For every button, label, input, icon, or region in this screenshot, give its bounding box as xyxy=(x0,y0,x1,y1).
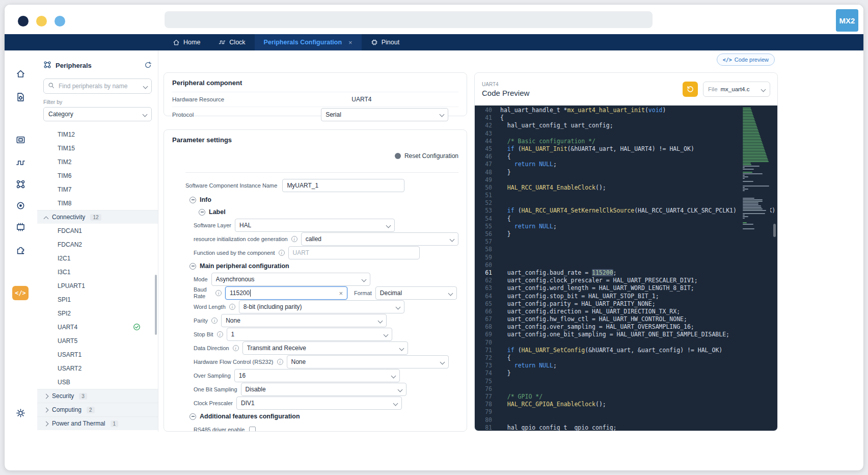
input-value: 115200 xyxy=(230,289,250,297)
collapse-icon[interactable] xyxy=(199,209,205,216)
code-line: 67 uart_config.hw_flow_ctl = HAL_UART_HW… xyxy=(475,315,777,323)
tab-peripherals-configuration[interactable]: Peripherals Configuration× xyxy=(255,34,362,50)
info-icon[interactable]: i xyxy=(211,318,218,324)
rail-settings-button[interactable] xyxy=(12,405,29,420)
item-label: USART2 xyxy=(58,365,82,372)
peripheral-group-security[interactable]: Security3 xyxy=(37,389,158,403)
line-number: 78 xyxy=(475,401,492,408)
clear-input-icon[interactable]: × xyxy=(339,289,343,297)
reset-configuration-button[interactable]: Reset Configuration xyxy=(395,152,458,160)
info-icon[interactable]: i xyxy=(229,304,235,310)
peripheral-search[interactable] xyxy=(43,78,152,94)
peripheral-item-spi1[interactable]: SPI1 xyxy=(37,293,158,306)
format-select[interactable]: Decimal xyxy=(375,286,457,300)
info-icon[interactable]: i xyxy=(233,345,239,351)
editor-scrollbar[interactable] xyxy=(773,224,776,237)
address-bar[interactable] xyxy=(165,11,653,28)
search-input[interactable] xyxy=(58,82,141,90)
peripheral-item-i3c1[interactable]: I3C1 xyxy=(37,265,158,279)
peripheral-item-tim2[interactable]: TIM2 xyxy=(37,155,158,169)
clock-wave-icon xyxy=(16,158,25,168)
rail-board-button[interactable] xyxy=(12,132,29,147)
category-select[interactable]: Category xyxy=(43,107,152,121)
section-info[interactable]: Info xyxy=(185,194,458,205)
word-length-select[interactable]: 8-bit (including parity) xyxy=(239,300,404,313)
peripheral-item-tim6[interactable]: TIM6 xyxy=(37,169,158,182)
info-icon[interactable]: i xyxy=(291,236,297,242)
close-tab-icon[interactable]: × xyxy=(348,39,352,46)
tab-pinout[interactable]: Pinout xyxy=(362,34,409,50)
stop-bit-select[interactable]: 1 xyxy=(227,328,392,341)
collapse-icon[interactable] xyxy=(189,413,196,420)
tab-home[interactable]: Home xyxy=(164,34,209,50)
collapse-icon[interactable] xyxy=(189,263,196,270)
peripheral-item-fdcan2[interactable]: FDCAN2 xyxy=(37,238,158,251)
peripheral-item-lpuart1[interactable]: LPUART1 xyxy=(37,279,158,293)
parity-select[interactable]: None xyxy=(221,314,387,327)
function-used-input[interactable]: UART xyxy=(288,246,420,259)
window-zoom-button[interactable] xyxy=(55,16,65,27)
peripheral-item-usb[interactable]: USB xyxy=(37,375,158,389)
rail-code-button[interactable]: </> xyxy=(12,286,29,300)
window-minimize-button[interactable] xyxy=(36,16,47,27)
editor-minimap[interactable] xyxy=(741,108,770,230)
over-sampling-select[interactable]: 16 xyxy=(234,369,400,382)
collapse-icon[interactable] xyxy=(189,197,196,203)
one-bit-sampling-select[interactable]: Disable xyxy=(241,383,406,396)
peripheral-item-spi2[interactable]: SPI2 xyxy=(37,306,158,320)
code-preview-toggle-button[interactable]: </> Code preview xyxy=(717,54,775,66)
refresh-icon[interactable] xyxy=(144,61,152,70)
rail-pin-button[interactable] xyxy=(12,198,29,213)
mode-select[interactable]: Asynchronous xyxy=(211,273,370,286)
peripheral-item-tim15[interactable]: TIM15 xyxy=(37,141,158,155)
peripheral-group-computing[interactable]: Computing2 xyxy=(37,403,158,416)
peripheral-item-uart5[interactable]: UART5 xyxy=(37,334,158,348)
line-number: 49 xyxy=(475,176,492,184)
line-number: 79 xyxy=(475,408,492,416)
peripheral-item-fdcan1[interactable]: FDCAN1 xyxy=(37,224,158,238)
tab-label: Pinout xyxy=(382,39,399,46)
data-direction-select[interactable]: Transmit and Receive xyxy=(242,341,408,355)
peripherals-scrollbar[interactable] xyxy=(155,275,157,335)
file-select[interactable]: File mx_uart4.c xyxy=(703,82,770,97)
window-close-button[interactable] xyxy=(18,16,29,27)
peripheral-item-uart4[interactable]: UART4 xyxy=(37,320,158,334)
software-layer-select[interactable]: HAL xyxy=(235,219,395,232)
resource-init-select[interactable]: called xyxy=(301,232,458,246)
info-icon[interactable]: i xyxy=(277,359,283,365)
peripheral-group-power-and-thermal[interactable]: Power and Thermal1 xyxy=(37,416,158,430)
peripheral-item-tim8[interactable]: TIM8 xyxy=(37,196,158,210)
rail-home-button[interactable] xyxy=(12,66,29,81)
section-main-peripheral-configuration[interactable]: Main peripheral configuration xyxy=(185,260,458,272)
peripheral-item-usart1[interactable]: USART1 xyxy=(37,348,158,361)
rail-puzzle-button[interactable] xyxy=(12,242,29,257)
select-value: Disable xyxy=(246,386,266,393)
info-icon[interactable]: i xyxy=(279,250,285,256)
info-icon[interactable]: i xyxy=(215,290,222,296)
peripheral-item-tim7[interactable]: TIM7 xyxy=(37,182,158,196)
section-label[interactable]: Label xyxy=(185,206,458,218)
rail-peripherals-button[interactable] xyxy=(12,176,29,192)
rail-project-button[interactable] xyxy=(12,89,29,104)
baud-rate-input[interactable]: 115200× xyxy=(225,286,347,300)
info-icon[interactable]: i xyxy=(217,331,223,337)
line-number: 80 xyxy=(475,416,492,424)
peripheral-item-usart2[interactable]: USART2 xyxy=(37,361,158,375)
peripheral-item-tim12[interactable]: TIM12 xyxy=(37,127,158,141)
category-select-value: Category xyxy=(48,111,73,118)
peripheral-item-i2c1[interactable]: I2C1 xyxy=(37,251,158,265)
field-row-rs485: RS485 driver enable xyxy=(185,423,458,432)
code-editor[interactable]: 40hal_uart_handle_t *mx_uart4_hal_uart_i… xyxy=(475,105,777,431)
rail-clock-wave-button[interactable] xyxy=(12,155,29,170)
tab-clock[interactable]: Clock xyxy=(209,34,254,50)
protocol-select[interactable]: Serial xyxy=(321,108,448,121)
goto-source-button[interactable] xyxy=(683,82,698,97)
instance-name-input[interactable]: MyUART_1 xyxy=(282,179,404,192)
section-additional-features-configuration[interactable]: Additional features configuration xyxy=(185,411,458,422)
rail-memory-button[interactable] xyxy=(12,219,29,234)
rs485-checkbox[interactable] xyxy=(249,427,256,432)
clock-prescaler-select[interactable]: DIV1 xyxy=(236,397,402,410)
hw-flow-select[interactable]: None xyxy=(287,355,449,368)
code-line: 53 if (HAL_RCC_UART4_SetKernelClkSource(… xyxy=(475,207,777,215)
peripheral-group-connectivity[interactable]: Connectivity12 xyxy=(37,210,158,224)
